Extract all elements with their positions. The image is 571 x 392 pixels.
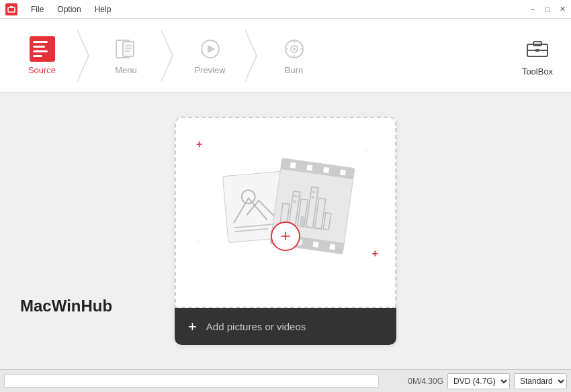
add-media-button[interactable]: +	[271, 222, 300, 251]
status-bar: 0M/4.30G DVD (4.7G)DVD (8.5G)BD-25BD-50 …	[0, 369, 571, 392]
svg-marker-1	[10, 6, 13, 7]
svg-rect-34	[312, 195, 315, 199]
close-button[interactable]: ✕	[556, 3, 568, 15]
main-content: + + ○ ○	[0, 93, 571, 369]
burn-label: Burn	[285, 65, 303, 75]
deco-circle-1: ○	[363, 145, 368, 154]
add-bar[interactable]: + Add pictures or videos	[175, 308, 396, 345]
title-bar: File Option Help − □ ✕	[0, 0, 571, 19]
svg-rect-29	[294, 195, 298, 198]
svg-point-20	[241, 189, 256, 204]
menu-file[interactable]: File	[28, 3, 46, 15]
app-icon	[5, 3, 17, 15]
add-bar-text: Add pictures or videos	[206, 321, 306, 332]
menu-bar: File Option Help	[28, 3, 114, 15]
burn-icon	[281, 36, 308, 62]
svg-rect-31	[293, 200, 296, 203]
progress-bar	[4, 375, 379, 388]
title-bar-left: File Option Help	[5, 3, 114, 15]
svg-rect-28	[323, 212, 331, 230]
svg-point-11	[293, 48, 296, 50]
dvd-select[interactable]: DVD (4.7G)DVD (8.5G)BD-25BD-50	[447, 373, 510, 389]
preview-label: Preview	[194, 65, 225, 75]
source-label: Source	[28, 65, 56, 75]
step-menu[interactable]: Menu	[91, 29, 161, 83]
svg-rect-0	[8, 7, 15, 12]
drop-zone-inner: + + ○ ○	[175, 117, 396, 308]
menu-option[interactable]: Option	[54, 3, 83, 15]
deco-circle-2: ○	[195, 237, 200, 246]
svg-rect-19	[535, 49, 539, 52]
source-icon	[29, 36, 56, 62]
add-bar-plus-icon: +	[188, 318, 197, 336]
watermark: MacWinHub	[20, 297, 112, 315]
svg-line-21	[234, 224, 278, 228]
menu-icon	[113, 36, 140, 62]
svg-rect-3	[123, 42, 134, 56]
toolbox-label: ToolBox	[522, 66, 553, 77]
preview-icon	[197, 36, 224, 62]
menu-help[interactable]: Help	[92, 3, 114, 15]
maximize-button[interactable]: □	[541, 3, 554, 15]
toolbar-steps: Source Menu	[7, 29, 511, 83]
deco-plus-2: +	[372, 248, 378, 260]
title-bar-controls: − □ ✕	[527, 3, 568, 15]
illustration: +	[218, 156, 353, 270]
minimize-button[interactable]: −	[527, 3, 539, 15]
toolbar: Source Menu	[0, 19, 571, 93]
toolbox-button[interactable]: ToolBox	[511, 29, 564, 83]
storage-info: 0M/4.30G	[383, 377, 443, 386]
quality-select[interactable]: StandardHighUltra	[514, 373, 567, 389]
step-preview[interactable]: Preview	[175, 29, 245, 83]
step-source[interactable]: Source	[7, 29, 77, 83]
menu-label: Menu	[115, 65, 137, 75]
svg-marker-8	[208, 45, 216, 53]
drop-zone[interactable]: + + ○ ○	[175, 117, 396, 345]
svg-line-22	[234, 228, 268, 231]
toolbox-icon	[525, 35, 550, 64]
deco-plus-1: +	[196, 138, 202, 150]
svg-rect-32	[312, 190, 316, 193]
step-burn[interactable]: Burn	[259, 29, 329, 83]
